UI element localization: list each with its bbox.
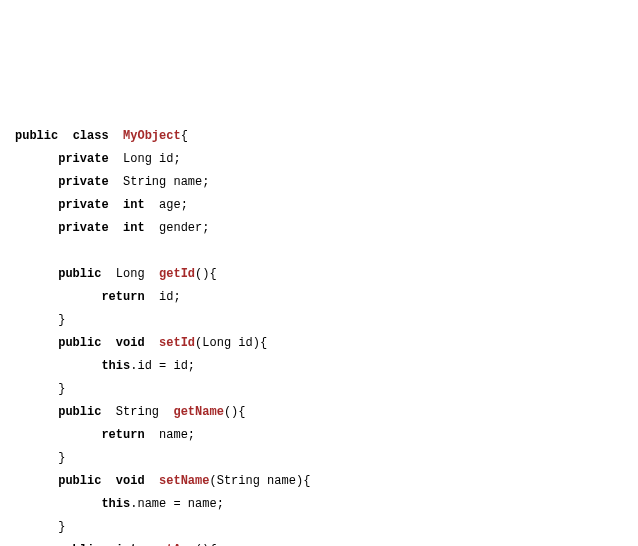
type-long: Long	[116, 267, 145, 281]
blank-line	[15, 244, 22, 258]
keyword-private: private	[58, 221, 108, 235]
line-1: public class MyObject{	[15, 129, 188, 143]
type-long: Long	[202, 336, 231, 350]
semicolon: ;	[202, 175, 209, 189]
assign-id: .id = id;	[130, 359, 195, 373]
line-16: public void setName(String name){	[15, 474, 310, 488]
keyword-void: void	[116, 474, 145, 488]
semicolon: ;	[181, 198, 188, 212]
method-setName: setName	[159, 474, 209, 488]
paren-close: )	[253, 336, 260, 350]
line-12: }	[15, 382, 65, 396]
line-11: this.id = id;	[15, 359, 195, 373]
type-string: String	[116, 405, 159, 419]
brace-open: {	[303, 474, 310, 488]
field-gender: gender	[159, 221, 202, 235]
semicolon: ;	[173, 290, 180, 304]
keyword-int: int	[123, 221, 145, 235]
line-8: return id;	[15, 290, 181, 304]
param-id: id	[238, 336, 252, 350]
brace-close: }	[58, 451, 65, 465]
keyword-private: private	[58, 175, 108, 189]
type-long: Long	[123, 152, 152, 166]
line-7: public Long getId(){	[15, 267, 217, 281]
keyword-public: public	[58, 336, 101, 350]
field-name: name	[173, 175, 202, 189]
line-15: }	[15, 451, 65, 465]
keyword-public: public	[58, 474, 101, 488]
line-5: private int gender;	[15, 221, 209, 235]
line-18: }	[15, 520, 65, 534]
parens: ()	[195, 267, 209, 281]
line-4: private int age;	[15, 198, 188, 212]
brace-close: }	[58, 382, 65, 396]
code-block: public class MyObject{ private Long id; …	[15, 102, 638, 546]
type-string: String	[217, 474, 260, 488]
line-13: public String getName(){	[15, 405, 246, 419]
keyword-public: public	[58, 267, 101, 281]
keyword-return: return	[101, 290, 144, 304]
semicolon: ;	[202, 221, 209, 235]
keyword-private: private	[58, 198, 108, 212]
line-3: private String name;	[15, 175, 209, 189]
line-14: return name;	[15, 428, 195, 442]
keyword-this: this	[101, 359, 130, 373]
brace-close: }	[58, 313, 65, 327]
param-name: name	[267, 474, 296, 488]
type-string: String	[123, 175, 166, 189]
keyword-void: void	[116, 336, 145, 350]
semicolon: ;	[173, 152, 180, 166]
brace-open: {	[238, 405, 245, 419]
brace-open: {	[260, 336, 267, 350]
method-getId: getId	[159, 267, 195, 281]
keyword-this: this	[101, 497, 130, 511]
keyword-return: return	[101, 428, 144, 442]
keyword-public: public	[15, 129, 58, 143]
brace-open: {	[209, 267, 216, 281]
field-age: age	[159, 198, 181, 212]
line-17: this.name = name;	[15, 497, 224, 511]
line-10: public void setId(Long id){	[15, 336, 267, 350]
line-2: private Long id;	[15, 152, 181, 166]
method-setId: setId	[159, 336, 195, 350]
paren-open: (	[209, 474, 216, 488]
brace-open: {	[181, 129, 188, 143]
keyword-public: public	[58, 405, 101, 419]
keyword-class: class	[73, 129, 109, 143]
field-id: id	[159, 152, 173, 166]
brace-close: }	[58, 520, 65, 534]
parens: ()	[224, 405, 238, 419]
semicolon: ;	[188, 428, 195, 442]
keyword-int: int	[123, 198, 145, 212]
field-name: name	[159, 428, 188, 442]
line-9: }	[15, 313, 65, 327]
class-name: MyObject	[123, 129, 181, 143]
assign-name: .name = name;	[130, 497, 224, 511]
method-getName: getName	[173, 405, 223, 419]
field-id: id	[159, 290, 173, 304]
keyword-private: private	[58, 152, 108, 166]
